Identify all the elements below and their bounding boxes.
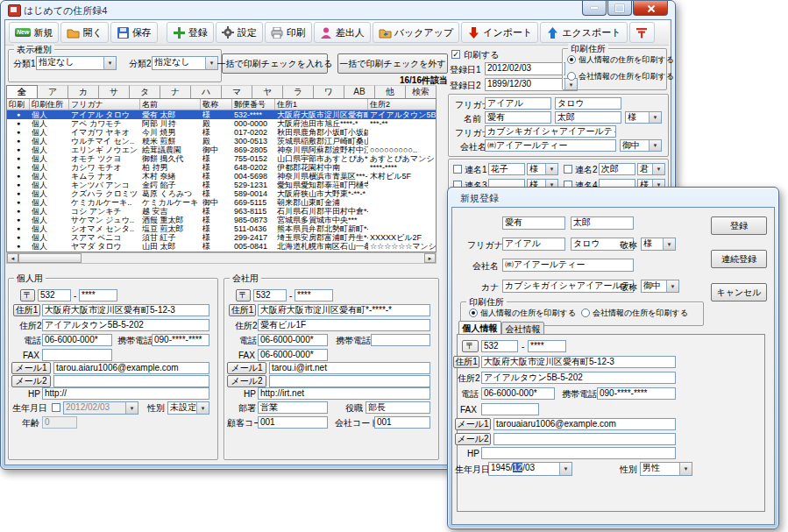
- company-position-field[interactable]: 部長: [366, 401, 430, 414]
- save-button[interactable]: 保存: [110, 22, 158, 43]
- address-table-row[interactable]: ● 個人 サケマン ジュウ.. 酒饅 重太郎 様 985-0873 宮城県多賀城…: [7, 216, 436, 224]
- address-table-row[interactable]: ● 個人 エリンギ ノウエン 絵茸議農園 御中 869-2805 神奈川県阿蘇郡…: [7, 145, 436, 154]
- address-table-row[interactable]: ● 個人 シオマメ センタ.. 塩豆 煎太郎 様 511-0436 熊本県員弁郡…: [7, 224, 436, 233]
- dialog-kana-field[interactable]: カブシキガイシャアイアールティー: [502, 280, 634, 293]
- personal-mobile-field[interactable]: 090-****-****: [152, 334, 209, 346]
- joint2-honorific-select[interactable]: 君▼: [637, 163, 665, 175]
- dialog-honorific2-select[interactable]: 御中▼: [641, 280, 679, 293]
- postal-button[interactable]: [629, 22, 655, 43]
- joint2-field[interactable]: 次郎: [599, 163, 635, 175]
- dialog-hp-field[interactable]: [481, 447, 676, 459]
- close-button[interactable]: [633, 1, 668, 16]
- company-addr1-field[interactable]: 大阪府大阪市淀川区愛有町*-****-*: [258, 304, 430, 316]
- dialog-radio-company-address[interactable]: [581, 309, 590, 317]
- dialog-mail2-field[interactable]: [493, 433, 676, 445]
- joint1-checkbox[interactable]: [453, 165, 462, 174]
- personal-tel-field[interactable]: 06-6000-000*: [42, 334, 112, 346]
- dialog-register-button[interactable]: 登録: [711, 216, 767, 235]
- dialog-company-field[interactable]: ㈱アイアールティー: [502, 259, 634, 272]
- backup-button[interactable]: バックアップ: [373, 22, 460, 43]
- company-mail1-button[interactable]: メール1: [227, 362, 266, 374]
- dialog-name-last-field[interactable]: 愛有: [502, 216, 565, 230]
- dialog-tel-field[interactable]: 06-6000-000*: [481, 387, 555, 400]
- kana-tab[interactable]: マ: [222, 85, 252, 98]
- column-header[interactable]: 住所1: [275, 99, 368, 110]
- scroll-thumb[interactable]: [18, 253, 82, 263]
- column-header[interactable]: 印刷住所: [30, 99, 69, 110]
- reg-date1-field[interactable]: 2012/02/03: [485, 62, 565, 75]
- company-mail2-button[interactable]: メール2: [227, 375, 266, 387]
- tab-personal-info[interactable]: 個人情報: [458, 321, 501, 335]
- company-mobile-field[interactable]: [371, 334, 430, 346]
- check-all-print-button[interactable]: 一括で印刷チェックを入れる: [222, 53, 328, 74]
- kana-tab[interactable]: サ: [99, 85, 130, 98]
- personal-addr2-field[interactable]: アイアルタウン5B-5-202: [42, 319, 209, 331]
- personal-mail2-button[interactable]: メール2: [11, 375, 51, 387]
- detail-company-kana-field[interactable]: カブシキガイシャアイアールティー: [485, 125, 616, 138]
- address-table-row[interactable]: ● 個人 アベ カワモチ 阿部 川持 殿 000-0000 大阪府池田市旭丘**…: [7, 119, 436, 128]
- company-addr1-button[interactable]: 住所1: [229, 304, 256, 316]
- scroll-right-button[interactable]: ►: [424, 253, 436, 263]
- dialog-addr1-field[interactable]: 大阪府大阪市淀川区愛有町5-12-3: [481, 356, 676, 368]
- dialog-name-first-field[interactable]: 太郎: [571, 216, 634, 230]
- company-addr2-field[interactable]: 愛有ビル1F: [258, 319, 430, 331]
- kana-tab[interactable]: ア: [38, 85, 68, 98]
- company-fax-field[interactable]: 06-6000-000*: [258, 349, 328, 361]
- dialog-mail1-button[interactable]: メール1: [455, 418, 491, 430]
- kana-tab[interactable]: AB: [344, 85, 375, 98]
- joint1-field[interactable]: 花子: [488, 163, 525, 175]
- company-mail2-field[interactable]: [269, 375, 430, 387]
- personal-hp-field[interactable]: http://: [42, 387, 209, 400]
- column-header[interactable]: 名前: [140, 99, 201, 110]
- dialog-mail1-field[interactable]: tarouaiaru1006@example.com: [493, 418, 676, 430]
- kana-tab[interactable]: ハ: [191, 85, 222, 98]
- company-zip-button[interactable]: 〒: [236, 289, 251, 301]
- address-table-row[interactable]: ● 個人 キンツバ アンコ 金鍔 餡子 様 529-1231 愛知県愛知郡泰荘町…: [7, 181, 436, 189]
- address-table-row[interactable]: ● 個人 イマガワ ヤキオ 今川 焼男 様 017-0202 秋田県鹿角郡小坂町…: [7, 128, 436, 137]
- dialog-gender-select[interactable]: 男性▼: [640, 462, 692, 476]
- dialog-mobile-field[interactable]: 090-****-****: [597, 387, 676, 400]
- company-hp-field[interactable]: http://irt.net: [258, 387, 430, 400]
- tab-company-info[interactable]: 会社情報: [501, 322, 544, 335]
- dialog-cancel-button[interactable]: キャンセル: [711, 283, 767, 301]
- radio-company-address[interactable]: [567, 72, 576, 81]
- import-button[interactable]: インポート: [461, 22, 538, 43]
- kana-tab[interactable]: ナ: [160, 85, 191, 98]
- maximize-button[interactable]: [607, 1, 632, 16]
- address-table-row[interactable]: ● 個人 ケミカルケーキ.. ケミカルケーキ .. 御中 669-5115 朝来…: [7, 198, 436, 207]
- dialog-birth-select[interactable]: 1945/12/03 ▼: [488, 462, 572, 476]
- detail-name-last-field[interactable]: 愛有: [485, 111, 551, 124]
- column-header[interactable]: 住所2: [368, 99, 437, 110]
- personal-mail1-button[interactable]: メール1: [11, 362, 51, 374]
- register-button[interactable]: 登録: [167, 22, 214, 43]
- detail-honorific-select[interactable]: 様▼: [625, 111, 662, 124]
- address-table-row[interactable]: ● 個人 ウルチマイ セン.. 粳米 煎餅 殿 300-0513 茨城県稲敷郡江…: [7, 137, 436, 145]
- personal-zip1-field[interactable]: 532: [38, 289, 71, 301]
- column-header[interactable]: フリガナ: [69, 99, 140, 110]
- uncheck-all-print-button[interactable]: 一括で印刷チェックを外す: [337, 53, 448, 74]
- company-code-field[interactable]: 001: [374, 416, 430, 429]
- open-button[interactable]: 開く: [60, 22, 108, 43]
- dialog-addr2-field[interactable]: アイアルタウン5B-5-202: [481, 372, 676, 384]
- new-button[interactable]: New 新規: [9, 22, 59, 43]
- kana-tab[interactable]: ラ: [283, 85, 314, 98]
- address-table-row[interactable]: ● 個人 カシワ モチオ 柏 持男 様 648-0202 伊都郡花園村中南 **…: [7, 163, 436, 172]
- dialog-zip-button[interactable]: 〒: [462, 340, 479, 352]
- company-mail1-field[interactable]: tarou.i@irt.net: [269, 362, 430, 374]
- address-table-row[interactable]: ● 個人 スアマ ベニコ 須甘 紅子 様 299-2417 埼玉県安房郡富浦町丹…: [7, 233, 436, 242]
- personal-mail1-field[interactable]: tarou.aiaru1006@example.com: [53, 362, 209, 374]
- address-table-row[interactable]: ● 個人 クズハラ クロミツ 葛原 くろみつ 様 589-0014 大阪府狭山市…: [7, 189, 436, 198]
- detail-furigana-first-field[interactable]: タロウ: [555, 97, 621, 110]
- dialog-addr1-button[interactable]: 住所1: [453, 356, 479, 368]
- export-button[interactable]: エクスポート: [540, 22, 627, 43]
- print-checkbox[interactable]: ✓: [451, 50, 460, 59]
- kana-tab[interactable]: 他: [375, 85, 406, 98]
- dialog-honorific-select[interactable]: 様▼: [641, 238, 676, 251]
- category1-select[interactable]: 指定なし▼: [36, 56, 117, 70]
- dialog-furigana-last-field[interactable]: アイアル: [502, 238, 565, 251]
- kana-tab[interactable]: 検索: [406, 85, 437, 98]
- dialog-zip1-field[interactable]: 532: [481, 340, 518, 352]
- detail-furigana-last-field[interactable]: アイアル: [485, 97, 551, 110]
- company-dept-field[interactable]: 営業: [258, 401, 328, 414]
- personal-birth-checkbox[interactable]: [52, 403, 60, 412]
